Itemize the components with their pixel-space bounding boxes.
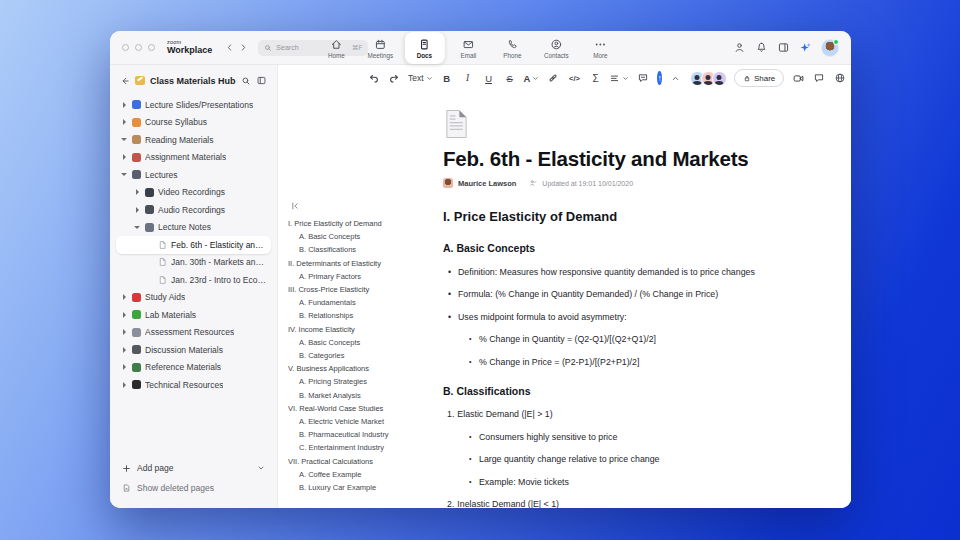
chevron-down-icon[interactable] [120,138,128,141]
add-page-button[interactable]: Add page [122,458,265,478]
sidebar-item[interactable]: Jan. 30th - Markets and P... [116,254,271,272]
video-button[interactable] [791,70,805,86]
sidebar-search-icon[interactable] [241,76,251,86]
outline-item[interactable]: VII. Practical Calculations [288,455,434,468]
outline-item[interactable]: B. Categories [288,349,434,362]
strikethrough-button[interactable]: S [503,70,517,86]
outline-item[interactable]: A. Basic Concepts [288,336,434,349]
chevron-right-icon[interactable] [120,119,128,125]
italic-button[interactable]: I [461,70,475,86]
globe-icon[interactable] [833,70,847,86]
nav-back-button[interactable] [222,40,236,56]
sidebar-item[interactable]: Course Syllabus [116,114,271,132]
collapse-toolbar-button[interactable] [669,70,683,86]
document-page-icon[interactable] [443,109,795,139]
sidebar-item[interactable]: Study Aids [116,289,271,307]
chevron-right-icon[interactable] [120,294,128,300]
back-arrow-icon[interactable] [120,76,130,86]
user-avatar[interactable] [821,39,839,57]
sidebar-item[interactable]: Lecture Slides/Presentations [116,96,271,114]
underline-button[interactable]: U [482,70,496,86]
outline-item[interactable]: IV. Income Elasticity [288,323,434,336]
code-button[interactable]: </> [567,70,581,86]
sidebar-item[interactable]: Discussion Materials [116,341,271,359]
outline-item[interactable]: III. Cross-Price Elasticity [288,283,434,296]
chevron-down-icon[interactable] [257,464,265,472]
outline-item[interactable]: V. Business Applications [288,362,434,375]
chevron-right-icon[interactable] [120,329,128,335]
show-deleted-pages-button[interactable]: Show deleted pages [122,478,265,498]
tab-more[interactable]: More [580,33,620,63]
chat-button[interactable] [812,70,826,86]
outline-item[interactable]: C. Entertainment Industry [288,441,434,454]
outline-item[interactable]: I. Price Elasticity of Demand [288,217,434,230]
share-button[interactable]: Share [734,69,784,87]
outline-item[interactable]: B. Market Analysis [288,389,434,402]
side-panel-icon[interactable] [777,41,790,54]
outline-item[interactable]: B. Luxury Car Example [288,481,434,494]
outline-item[interactable]: A. Coffee Example [288,468,434,481]
outline-item[interactable]: II. Determinants of Elasticity [288,257,434,270]
chevron-right-icon[interactable] [120,347,128,353]
technical-icon [132,380,141,389]
notifications-bell-icon[interactable] [755,41,768,54]
chevron-right-icon[interactable] [120,102,128,108]
outline-collapse-icon[interactable] [290,201,300,211]
link-button[interactable] [546,70,560,86]
sidebar-panel-icon[interactable] [256,75,267,86]
chevron-right-icon[interactable] [120,312,128,318]
sidebar-item[interactable]: Jan. 23rd - Intro to Econo... [116,271,271,289]
chevron-right-icon[interactable] [120,154,128,160]
sidebar-item[interactable]: Lectures [116,166,271,184]
chevron-right-icon[interactable] [120,382,128,388]
chevron-right-icon[interactable] [133,189,141,195]
window-close-button[interactable] [122,44,129,51]
sidebar-item[interactable]: Assessment Resources [116,324,271,342]
window-controls[interactable] [122,44,155,51]
window-minimize-button[interactable] [135,44,142,51]
chevron-down-icon[interactable] [133,226,141,229]
document-title[interactable]: Feb. 6th - Elasticity and Markets [443,147,795,171]
align-dropdown[interactable] [609,73,629,84]
redo-button[interactable] [387,70,401,86]
tab-docs[interactable]: Docs [404,32,444,64]
ai-companion-sparkle-icon[interactable] [799,41,812,54]
outline-item[interactable]: A. Fundamentals [288,296,434,309]
text-color-dropdown[interactable]: A [524,73,540,84]
comment-button[interactable] [636,70,650,86]
sidebar-item[interactable]: Reference Materials [116,359,271,377]
formula-button[interactable]: Σ [588,70,602,86]
chevron-right-icon[interactable] [133,207,141,213]
tab-phone[interactable]: Phone [492,33,532,63]
sidebar-item[interactable]: Lab Materials [116,306,271,324]
sidebar-item[interactable]: Technical Resources [116,376,271,394]
sidebar-item[interactable]: Audio Recordings [116,201,271,219]
ai-compose-button[interactable]: ↑ [657,71,662,85]
sidebar-item[interactable]: Video Recordings [116,184,271,202]
sidebar-item[interactable]: Feb. 6th - Elasticity and M... [116,236,271,254]
tab-meetings[interactable]: Meetings [360,33,400,63]
outline-item[interactable]: A. Electric Vehicle Market [288,415,434,428]
undo-button[interactable] [366,70,380,86]
nav-forward-button[interactable] [236,40,250,56]
window-maximize-button[interactable] [148,44,155,51]
chevron-right-icon[interactable] [120,364,128,370]
tab-email[interactable]: Email [448,33,488,63]
outline-item[interactable]: B. Relationships [288,309,434,322]
outline-item[interactable]: A. Pricing Strategies [288,375,434,388]
outline-item[interactable]: B. Classifications [288,243,434,256]
sidebar-item[interactable]: Lecture Notes [116,219,271,237]
tab-home[interactable]: Home [316,33,356,63]
outline-item[interactable]: A. Basic Concepts [288,230,434,243]
sidebar-item[interactable]: Assignment Materials [116,149,271,167]
outline-item[interactable]: VI. Real-World Case Studies [288,402,434,415]
tab-contacts[interactable]: Contacts [536,33,576,63]
text-style-dropdown[interactable]: Text [408,73,433,83]
profile-icon[interactable] [733,41,746,54]
outline-item[interactable]: A. Primary Factors [288,270,434,283]
presence-avatar[interactable] [712,71,727,86]
chevron-down-icon[interactable] [120,173,128,176]
sidebar-item[interactable]: Reading Materials [116,131,271,149]
outline-item[interactable]: B. Pharmaceutical Industry [288,428,434,441]
bold-button[interactable]: B [440,70,454,86]
